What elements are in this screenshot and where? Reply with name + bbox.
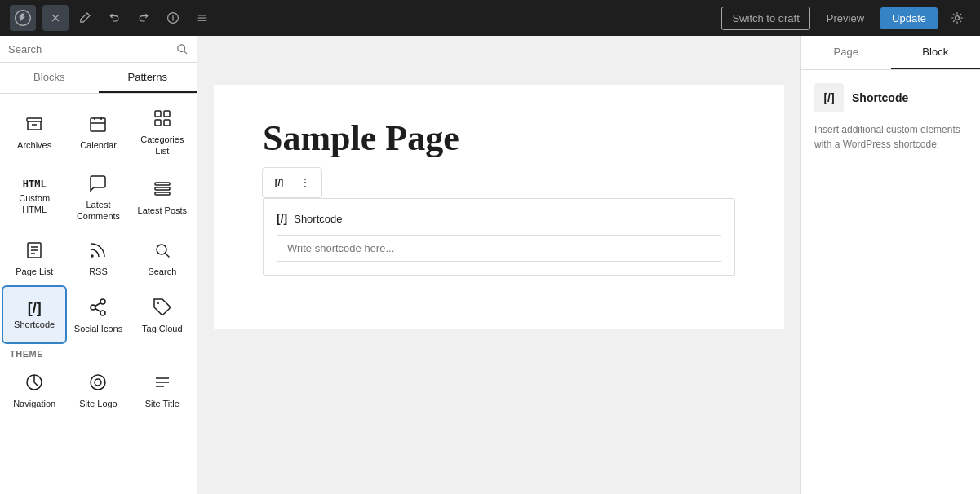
svg-rect-3: [91, 118, 105, 131]
svg-point-13: [157, 245, 166, 254]
svg-point-20: [95, 379, 101, 386]
top-bar: Switch to draft Preview Update: [0, 0, 980, 36]
block-label-calendar: Calendar: [80, 139, 117, 151]
block-label-custom-html: Custom HTML: [7, 192, 62, 216]
svg-rect-4: [155, 111, 161, 117]
shortcode-input[interactable]: [277, 235, 721, 262]
title-icon: [153, 373, 172, 395]
block-label-search: Search: [148, 266, 176, 277]
search-icon-button[interactable]: [175, 42, 188, 55]
block-label-navigation: Navigation: [13, 398, 55, 409]
update-button[interactable]: Update: [880, 7, 938, 29]
nav-icon: [24, 373, 44, 395]
wp-logo: [10, 5, 36, 31]
block-item-shortcode[interactable]: [/] Shortcode: [3, 287, 65, 342]
svg-point-14: [100, 299, 105, 304]
svg-point-19: [91, 375, 105, 390]
tab-patterns[interactable]: Patterns: [99, 63, 197, 93]
shortcode-block: [/] Shortcode: [263, 198, 735, 276]
block-item-categories[interactable]: Categories List: [131, 100, 193, 164]
block-label-social-icons: Social Icons: [74, 323, 122, 334]
grid-icon: [153, 108, 172, 130]
block-label-rss: RSS: [89, 266, 108, 277]
block-toolbar: [/] ⋮: [262, 167, 322, 198]
block-item-navigation[interactable]: Navigation: [3, 362, 65, 417]
shortcode-block-label: Shortcode: [294, 213, 342, 225]
svg-point-15: [91, 305, 95, 310]
html-icon: HTML: [23, 179, 47, 189]
blocks-grid: Archives Calendar: [0, 94, 197, 494]
block-label-page-list: Page List: [16, 266, 53, 277]
svg-point-16: [100, 311, 105, 315]
page-editor: Sample Page [/] ⋮ [/] Shortcode: [214, 85, 784, 329]
shortcode-icon: [/]: [28, 301, 42, 315]
archive-icon: [24, 114, 44, 136]
tab-blocks[interactable]: Blocks: [0, 63, 99, 93]
block-item-archives[interactable]: Archives: [3, 100, 65, 164]
block-label-site-title: Site Title: [145, 398, 180, 409]
block-label-shortcode: Shortcode: [14, 319, 55, 330]
svg-rect-7: [164, 120, 170, 126]
edit-button[interactable]: [72, 5, 98, 31]
list-icon: [153, 179, 172, 201]
calendar-icon: [88, 114, 108, 136]
block-label-tag-cloud: Tag Cloud: [142, 323, 183, 334]
settings-button[interactable]: [944, 5, 970, 31]
block-info-name: Shortcode: [852, 91, 908, 104]
svg-rect-8: [155, 183, 170, 185]
block-label-site-logo: Site Logo: [79, 398, 117, 409]
page-title: Sample Page: [263, 117, 735, 159]
block-type-icon-button[interactable]: [/]: [266, 170, 292, 196]
svg-point-1: [178, 45, 185, 52]
block-options-button[interactable]: ⋮: [292, 170, 318, 196]
preview-button[interactable]: Preview: [817, 7, 874, 29]
logo-icon: [88, 373, 108, 395]
redo-button[interactable]: [131, 5, 157, 31]
block-item-site-title[interactable]: Site Title: [131, 362, 193, 417]
svg-rect-10: [155, 192, 170, 195]
shortcode-block-icon: [/]: [277, 212, 287, 225]
block-item-search[interactable]: Search: [131, 230, 193, 285]
block-label-archives: Archives: [17, 139, 51, 151]
theme-section-label: THEME: [3, 342, 193, 362]
close-button[interactable]: [42, 5, 69, 31]
theme-grid: Navigation Site Logo: [3, 362, 193, 417]
svg-rect-9: [155, 187, 170, 190]
svg-rect-6: [155, 120, 161, 126]
block-label-latest-comments: Latest Comments: [70, 199, 126, 223]
undo-button[interactable]: [101, 5, 127, 31]
rss-icon: [88, 240, 108, 262]
main-layout: Blocks Patterns Archives: [0, 36, 980, 494]
sidebar-tabs: Blocks Patterns: [0, 63, 197, 94]
block-item-social-icons[interactable]: Social Icons: [67, 287, 129, 342]
block-label-categories: Categories List: [135, 134, 190, 157]
block-item-rss[interactable]: RSS: [67, 230, 129, 285]
block-item-page-list[interactable]: Page List: [3, 230, 65, 285]
block-label-latest-posts: Latest Posts: [138, 205, 188, 216]
info-button[interactable]: [160, 5, 186, 31]
block-item-tag-cloud[interactable]: Tag Cloud: [131, 287, 193, 342]
tag-icon: [153, 298, 172, 320]
pagelist-icon: [24, 240, 44, 262]
sidebar: Blocks Patterns Archives: [0, 36, 197, 494]
share-icon: [88, 298, 108, 320]
widgets-grid: Archives Calendar: [3, 100, 193, 342]
list-view-button[interactable]: [189, 5, 215, 31]
panel-tab-block[interactable]: Block: [891, 36, 981, 69]
search-input[interactable]: [8, 43, 171, 55]
block-item-site-logo[interactable]: Site Logo: [67, 362, 129, 417]
search-icon: [153, 240, 172, 262]
comment-icon: [88, 174, 108, 196]
block-item-latest-comments[interactable]: Latest Comments: [67, 165, 129, 229]
block-header: [/] Shortcode: [277, 212, 721, 225]
block-info: [/] Shortcode: [814, 83, 967, 112]
top-bar-left: [10, 5, 215, 31]
block-item-calendar[interactable]: Calendar: [67, 100, 129, 164]
right-panel: Page Block [/] Shortcode Insert addition…: [800, 36, 980, 494]
block-item-custom-html[interactable]: HTML Custom HTML: [3, 165, 65, 229]
panel-tab-page[interactable]: Page: [801, 36, 891, 69]
block-item-latest-posts[interactable]: Latest Posts: [131, 165, 193, 229]
panel-tabs: Page Block: [801, 36, 980, 70]
switch-to-draft-button[interactable]: Switch to draft: [721, 7, 809, 30]
block-info-icon: [/]: [814, 83, 844, 112]
